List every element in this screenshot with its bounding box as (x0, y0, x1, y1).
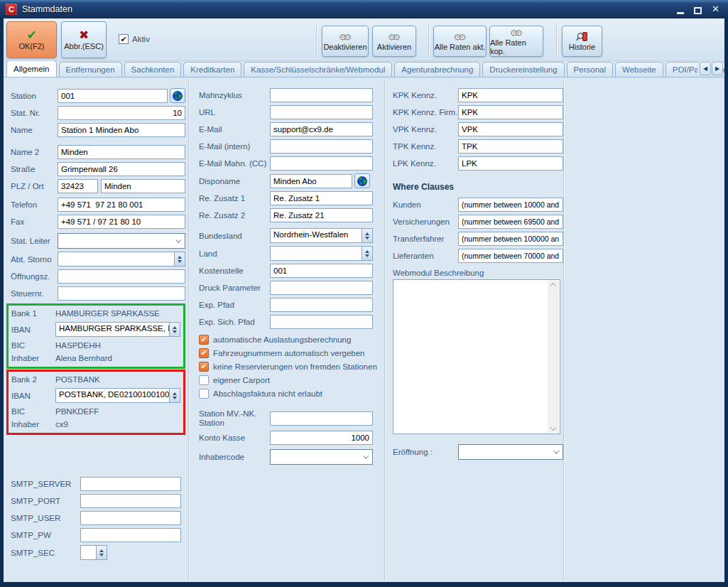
spinner-buttons[interactable] (169, 389, 180, 402)
smtp-pw-input[interactable] (80, 528, 181, 542)
tab-allgemein[interactable]: Allgemein (6, 61, 57, 77)
stat-nr-input[interactable] (58, 106, 185, 120)
scroll-up-icon[interactable] (550, 283, 556, 289)
fax-input[interactable] (58, 215, 185, 229)
abt-storno-spinner[interactable] (58, 252, 185, 266)
checkbox-icon[interactable]: ✔ (199, 362, 209, 372)
strasse-input[interactable] (58, 162, 185, 176)
telefon-input[interactable] (58, 198, 185, 212)
field-smtp-sec: SMTP_SEC (11, 545, 188, 560)
aktiv-checkbox-row[interactable]: ✔ Aktiv (119, 34, 150, 44)
station-mv-input[interactable] (270, 411, 373, 426)
eroeffnung-select[interactable] (458, 444, 563, 460)
disponame-label: Disponame (199, 177, 270, 185)
spinner-buttons[interactable] (96, 546, 107, 559)
tab-scroll-right-icon[interactable]: ▶ (712, 62, 723, 75)
bank1-iban-spinner[interactable]: HAMBURGER SPARKASSE, D (55, 322, 180, 337)
name-input[interactable] (58, 123, 185, 137)
minimize-button[interactable] (677, 4, 684, 14)
oeffnungsz-input[interactable] (58, 269, 185, 284)
field-fax: Fax (11, 215, 188, 229)
fax-label: Fax (11, 217, 58, 226)
kostenstelle-input[interactable] (270, 264, 373, 278)
tab-kasse-webmodul[interactable]: Kasse/Schlüsselschränke/Webmodul (244, 62, 392, 77)
smtp-user-input[interactable] (80, 511, 181, 525)
bank2-iban-spinner[interactable]: POSTBANK, DE021001001000 (55, 388, 180, 403)
email-mahn-cc-input[interactable] (270, 156, 373, 171)
exp-sich-pfad-input[interactable] (270, 315, 373, 329)
tab-druckereinstellung[interactable]: Druckereinstellung (482, 62, 564, 77)
lpk-input[interactable] (458, 156, 563, 171)
checkbox-auslastung[interactable]: ✔ automatische Auslastungsberechnung (199, 333, 384, 345)
tpk-input[interactable] (458, 139, 563, 154)
tab-scroll-left-icon[interactable]: ◀ (700, 62, 711, 75)
name2-input[interactable] (58, 145, 185, 159)
close-button[interactable]: ✕ (712, 4, 719, 14)
bank2-bic-row: BIC PBNKDEFF (11, 407, 180, 416)
konto-kasse-input[interactable] (270, 431, 373, 445)
mahnzyklus-input[interactable] (270, 88, 373, 102)
tab-personal[interactable]: Personal (567, 62, 613, 77)
alle-raten-kop-button[interactable]: ⚙⚙ Alle Raten kop. (489, 26, 543, 57)
kpk-firm-input[interactable] (458, 105, 563, 119)
checkbox-abschlagsfaktura[interactable]: ✔ Abschlagsfaktura nicht erlaubt (199, 387, 384, 399)
spinner-buttons[interactable] (362, 247, 372, 260)
transferfahrer-input[interactable] (458, 232, 563, 246)
tab-entfernungen[interactable]: Entfernungen (59, 62, 122, 77)
inhabercode-select[interactable] (270, 449, 373, 465)
disponame-globe-button[interactable] (354, 173, 370, 188)
druck-parameter-input[interactable] (270, 281, 373, 295)
url-input[interactable] (270, 105, 373, 119)
plz-input[interactable] (58, 179, 98, 193)
kpk-input[interactable] (458, 88, 563, 102)
alle-raten-akt-button[interactable]: ⚙⚙ Alle Raten akt. (433, 26, 487, 57)
smtp-sec-spinner[interactable] (80, 545, 107, 560)
ok-button[interactable]: ✔ OK(F2) (6, 21, 57, 58)
maximize-button[interactable] (694, 4, 702, 14)
bundesland-spinner[interactable]: Nordrhein-Westfalen (270, 228, 373, 243)
vpk-input[interactable] (458, 122, 563, 136)
smtp-port-input[interactable] (80, 494, 181, 508)
station-input[interactable] (58, 89, 168, 103)
tab-agenturabrechnung[interactable]: Agenturabrechnung (394, 62, 480, 77)
aktivieren-button[interactable]: ⚙⚙ Aktivieren (372, 26, 416, 57)
tab-sachkonten[interactable]: Sachkonten (124, 62, 182, 77)
smtp-server-input[interactable] (80, 477, 181, 491)
checkbox-icon[interactable]: ✔ (199, 335, 209, 345)
column-divider (563, 80, 565, 581)
settings-column: Mahnzyklus URL E-Mail E-Mail (intern) E-… (190, 78, 384, 582)
aktiv-checkbox[interactable]: ✔ (119, 34, 129, 44)
station-globe-button[interactable] (170, 88, 185, 103)
checkbox-eigener-carport[interactable]: ✔ eigener Carport (199, 374, 384, 386)
ort-input[interactable] (101, 179, 185, 193)
spinner-buttons[interactable] (362, 229, 372, 242)
checkbox-icon[interactable]: ✔ (199, 389, 209, 399)
tab-kreditkarten[interactable]: Kreditkarten (183, 62, 241, 77)
steuernr-input[interactable] (58, 286, 185, 301)
re-zusatz1-input[interactable] (270, 191, 373, 205)
scroll-down-icon[interactable] (550, 425, 556, 431)
allgemein-panel: Station Stat. Nr. (4, 78, 724, 582)
re-zusatz2-input[interactable] (270, 208, 373, 222)
spinner-buttons[interactable] (174, 252, 185, 266)
historie-button[interactable]: Historie (562, 26, 602, 57)
disponame-input[interactable] (270, 174, 352, 188)
checkbox-keine-reservierungen[interactable]: ✔ keine Reservierungen von fremden Stati… (199, 360, 384, 372)
scrollbar[interactable] (548, 281, 559, 433)
deaktivieren-button[interactable]: ⚙⚙ Deaktivieren (322, 26, 369, 57)
exp-pfad-input[interactable] (270, 298, 373, 312)
email-input[interactable] (270, 122, 373, 136)
spinner-buttons[interactable] (169, 323, 180, 336)
checkbox-fahrzeugnummern[interactable]: ✔ Fahrzeugnummern automatisch vergeben (199, 347, 384, 359)
checkbox-icon[interactable]: ✔ (199, 348, 209, 358)
webmodul-textarea[interactable] (393, 279, 560, 434)
tab-webseite[interactable]: Webseite (615, 62, 663, 77)
lieferanten-input[interactable] (458, 249, 563, 263)
versicherungen-input[interactable] (458, 215, 563, 229)
cancel-button[interactable]: ✖ Abbr.(ESC) (61, 21, 107, 58)
kunden-input[interactable] (458, 198, 563, 212)
stat-leiter-select[interactable] (58, 233, 185, 249)
land-spinner[interactable] (270, 246, 373, 261)
checkbox-icon[interactable]: ✔ (199, 375, 209, 385)
email-intern-input[interactable] (270, 139, 373, 154)
